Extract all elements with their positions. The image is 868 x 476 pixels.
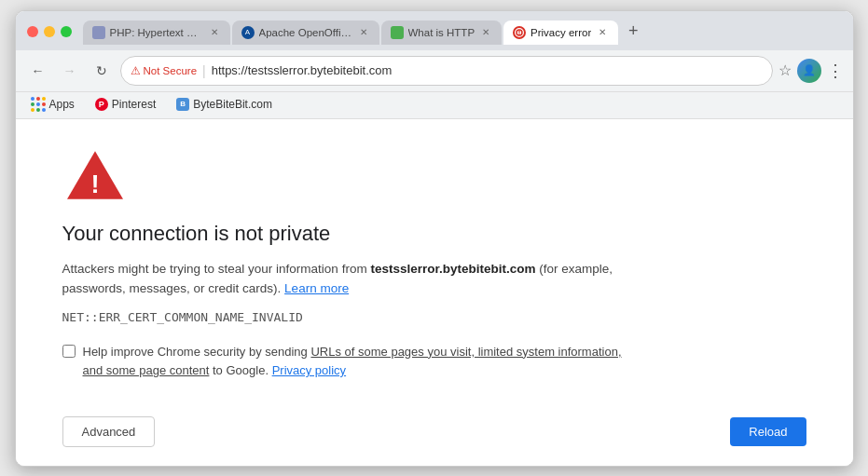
warning-triangle-icon: ! — [62, 147, 128, 203]
openoffice-favicon: A — [241, 26, 255, 39]
tab-http-close[interactable]: ✕ — [479, 26, 492, 39]
back-button[interactable]: ← — [25, 58, 51, 84]
button-row: Advanced Reload — [62, 416, 806, 447]
error-title: Your connection is not private — [62, 222, 806, 246]
tab-php[interactable]: PHP: Hypertext Pre... ✕ — [83, 20, 230, 45]
security-warning-icon: ⚠ — [131, 64, 141, 77]
http-favicon — [391, 26, 404, 39]
security-badge: ⚠ Not Secure — [131, 64, 198, 77]
checkbox-text-middle: to Google. — [209, 363, 269, 377]
security-status-label: Not Secure — [144, 65, 198, 76]
tabs-row: PHP: Hypertext Pre... ✕ A Apache OpenOff… — [83, 19, 842, 45]
browser-menu-button[interactable]: ⋮ — [827, 61, 844, 81]
back-icon: ← — [32, 63, 45, 78]
tab-php-close[interactable]: ✕ — [208, 26, 221, 39]
reload-button[interactable]: Reload — [730, 417, 806, 446]
bookmark-star-button[interactable]: ☆ — [778, 61, 792, 79]
reload-nav-button[interactable]: ↻ — [89, 58, 115, 84]
tab-openoffice-label: Apache OpenOffice... — [259, 27, 352, 38]
security-checkbox[interactable] — [62, 345, 76, 358]
privacy-favicon — [513, 26, 526, 39]
browser-window: PHP: Hypertext Pre... ✕ A Apache OpenOff… — [15, 10, 854, 467]
forward-icon: → — [63, 63, 76, 78]
svg-point-2 — [518, 34, 519, 34]
error-code: NET::ERR_CERT_COMMON_NAME_INVALID — [62, 310, 806, 324]
description-before: Attackers might be trying to steal your … — [62, 262, 371, 276]
tab-http-label: What is HTTP — [408, 27, 475, 38]
new-tab-button[interactable]: + — [620, 19, 646, 45]
title-bar: PHP: Hypertext Pre... ✕ A Apache OpenOff… — [16, 11, 853, 50]
address-bar[interactable]: ⚠ Not Secure | https://testsslerror.byte… — [120, 56, 773, 86]
maximize-button[interactable] — [61, 26, 72, 37]
error-icon-area: ! — [62, 147, 806, 207]
profile-button[interactable]: 👤 — [797, 59, 821, 83]
bookmark-bytebitebit-label: ByteBiteBit.com — [193, 98, 272, 111]
tab-http[interactable]: What is HTTP ✕ — [381, 20, 503, 45]
checkbox-row: Help improve Chrome security by sending … — [62, 343, 622, 382]
window-controls — [27, 26, 72, 37]
close-button[interactable] — [27, 26, 38, 37]
star-icon: ☆ — [778, 62, 792, 78]
advanced-button[interactable]: Advanced — [62, 416, 156, 447]
page-content: ! Your connection is not private Attacke… — [16, 119, 853, 466]
reload-nav-icon: ↻ — [96, 63, 107, 78]
bookmarks-bar: Apps P Pinterest B ByteBiteBit.com — [16, 92, 853, 119]
address-separator: | — [202, 63, 206, 78]
tab-php-label: PHP: Hypertext Pre... — [110, 27, 203, 38]
nav-bar: ← → ↻ ⚠ Not Secure | https://testsslerro… — [16, 50, 853, 92]
tab-privacy-label: Privacy error — [530, 27, 591, 38]
forward-button[interactable]: → — [57, 58, 83, 84]
bytebitebit-favicon: B — [176, 98, 189, 111]
checkbox-text-before: Help improve Chrome security by sending — [83, 345, 311, 359]
svg-text:!: ! — [90, 169, 99, 197]
checkbox-text: Help improve Chrome security by sending … — [83, 343, 622, 382]
bookmark-bytebitebit[interactable]: B ByteBiteBit.com — [172, 96, 276, 113]
learn-more-link[interactable]: Learn more — [284, 281, 349, 295]
tab-openoffice-close[interactable]: ✕ — [357, 26, 370, 39]
pinterest-favicon: P — [95, 98, 108, 111]
tab-openoffice[interactable]: A Apache OpenOffice... ✕ — [232, 20, 379, 45]
tab-privacy[interactable]: Privacy error ✕ — [503, 20, 618, 45]
php-favicon — [92, 26, 105, 39]
menu-dots-icon: ⋮ — [827, 61, 844, 80]
privacy-policy-link[interactable]: Privacy policy — [272, 363, 346, 377]
error-description: Attackers might be trying to steal your … — [62, 259, 622, 299]
apps-grid-icon — [31, 97, 46, 112]
address-url[interactable]: https://testsslerror.bytebitebit.com — [212, 63, 763, 77]
description-domain: testsslerror.bytebitebit.com — [370, 262, 535, 276]
tab-privacy-close[interactable]: ✕ — [596, 26, 609, 39]
bookmark-pinterest-label: Pinterest — [112, 98, 156, 111]
bookmark-apps[interactable]: Apps — [27, 95, 78, 114]
profile-avatar: 👤 — [803, 64, 816, 76]
minimize-button[interactable] — [44, 26, 55, 37]
bookmark-pinterest[interactable]: P Pinterest — [91, 96, 159, 113]
bookmark-apps-label: Apps — [49, 98, 75, 111]
